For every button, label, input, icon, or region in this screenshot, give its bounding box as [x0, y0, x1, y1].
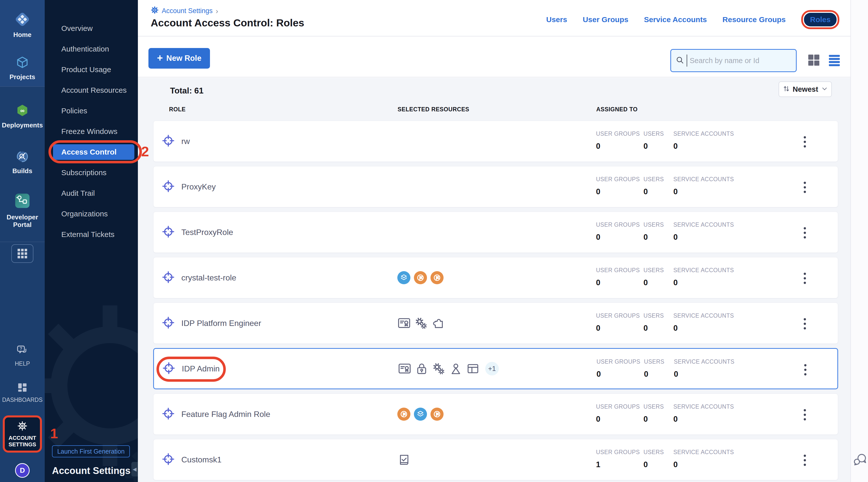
role-name: crystal-test-role: [181, 273, 236, 282]
row-menu-button[interactable]: [797, 133, 813, 150]
svg-text:?: ?: [20, 346, 22, 351]
role-row[interactable]: Feature Flag Admin Role USER GROUPS0 USE…: [153, 394, 838, 435]
app-window: Home Projects ∞ Deployments: [0, 0, 868, 482]
row-menu-button[interactable]: [797, 270, 813, 287]
gear-icon: [151, 6, 159, 16]
tab-users[interactable]: Users: [546, 15, 567, 24]
nav-item-subscriptions[interactable]: Subscriptions: [45, 162, 138, 183]
annotation-ring-roles-tab: Roles: [801, 10, 839, 29]
row-menu-button[interactable]: [797, 361, 813, 378]
sidebar-item-label: Builds: [12, 168, 32, 175]
breadcrumb-separator: ›: [216, 7, 218, 15]
tab-user-groups[interactable]: User Groups: [583, 15, 628, 24]
role-name: IDP Platform Engineer: [181, 319, 261, 328]
role-crosshair-icon: [162, 362, 175, 376]
row-menu-button[interactable]: [797, 179, 813, 195]
certificate-resource-icon: [397, 317, 411, 330]
tab-resource-groups[interactable]: Resource Groups: [722, 15, 786, 24]
sort-dropdown[interactable]: Newest: [779, 82, 832, 97]
users-count: USERS0: [644, 312, 664, 333]
nav-item-policies[interactable]: Policies: [45, 100, 138, 121]
role-row[interactable]: IDP Admin +1 USER GROUPS0 USERS0 SERVICE…: [153, 348, 838, 389]
certificate-resource-icon: [398, 362, 411, 375]
text-cursor: [687, 55, 687, 67]
user-groups-count: USER GROUPS0: [596, 267, 640, 287]
breadcrumb-link[interactable]: Account Settings: [162, 7, 213, 15]
sidebar-item-dashboards[interactable]: DASHBOARDS: [0, 382, 45, 403]
row-menu-button[interactable]: [797, 224, 813, 241]
nav-item-account-resources[interactable]: Account Resources: [45, 80, 138, 100]
role-crosshair-icon: [162, 180, 175, 194]
sidebar-item-home[interactable]: Home: [0, 11, 45, 39]
support-chat-icon[interactable]: [852, 452, 868, 468]
role-row[interactable]: IDP Platform Engineer USER GROUPS0 USERS…: [153, 303, 838, 344]
tab-roles-active[interactable]: Roles: [804, 13, 837, 26]
gears-resource-icon: [414, 317, 428, 330]
selected-resources: [397, 257, 443, 298]
svg-text:∞: ∞: [20, 107, 25, 114]
tab-service-accounts[interactable]: Service Accounts: [644, 15, 707, 24]
sidebar-item-builds[interactable]: Builds: [0, 149, 45, 175]
sidebar-item-help[interactable]: ? HELP: [0, 345, 45, 367]
role-row[interactable]: ProxyKey USER GROUPS0 USERS0 SERVICE ACC…: [153, 166, 838, 207]
user-avatar[interactable]: D: [15, 463, 30, 478]
sidebar-item-projects[interactable]: Projects: [0, 55, 45, 81]
service-accounts-count: SERVICE ACCOUNTS0: [673, 449, 734, 469]
role-crosshair-icon: [162, 225, 175, 239]
nav-item-overview[interactable]: Overview: [45, 18, 138, 39]
launch-first-generation-button[interactable]: Launch First Generation: [52, 445, 130, 457]
settings-menu: OverviewAuthenticationProduct UsageAccou…: [45, 18, 138, 245]
sidebar-item-account-settings[interactable]: ACCOUNT SETTINGS: [3, 415, 42, 453]
role-row[interactable]: crystal-test-role USER GROUPS0 USERS0 SE…: [153, 257, 838, 298]
nav-item-access-control[interactable]: Access Control: [53, 144, 134, 160]
grid-view-toggle[interactable]: [806, 53, 822, 68]
sidebar-item-deployments[interactable]: ∞ Deployments: [0, 103, 45, 129]
list-view-toggle[interactable]: [827, 53, 842, 68]
right-gutter: [850, 0, 868, 482]
service-accounts-count: SERVICE ACCOUNTS0: [673, 130, 734, 151]
row-menu-button[interactable]: [797, 452, 813, 469]
nav-item-external-tickets[interactable]: External Tickets: [45, 224, 138, 245]
sidebar-item-label: ACCOUNT SETTINGS: [7, 435, 37, 448]
flag-resource-icon: [431, 408, 443, 421]
nav-item-product-usage[interactable]: Product Usage: [45, 59, 138, 80]
row-menu-button[interactable]: [797, 315, 813, 332]
access-control-tabs: Users User Groups Service Accounts Resou…: [546, 10, 839, 29]
harness-logo-icon: [14, 11, 31, 29]
main-content: Account Settings › Account Access Contro…: [138, 0, 850, 482]
nav-item-authentication[interactable]: Authentication: [45, 39, 138, 59]
row-menu-button[interactable]: [797, 406, 813, 423]
new-role-button[interactable]: + New Role: [149, 48, 210, 69]
apps-grid-icon[interactable]: [11, 244, 33, 263]
users-count: USERS0: [644, 267, 664, 287]
roles-list: rw USER GROUPS0 USERS0 SERVICE ACCOUNTS0…: [153, 121, 838, 482]
stack-resource-icon: [397, 271, 410, 284]
service-accounts-count: SERVICE ACCOUNTS0: [673, 267, 734, 287]
users-count: USERS0: [644, 221, 664, 242]
user-groups-count: USER GROUPS1: [596, 449, 640, 469]
users-count: USERS0: [644, 130, 664, 151]
sidebar-item-apps[interactable]: [0, 244, 45, 263]
stack-resource-icon: [414, 408, 427, 421]
collapse-panel-button[interactable]: ◀: [131, 462, 138, 477]
nav-item-organizations[interactable]: Organizations: [45, 204, 138, 224]
total-count: Total: 61: [170, 86, 204, 95]
role-row[interactable]: TestProxyRole USER GROUPS0 USERS0 SERVIC…: [153, 212, 838, 253]
role-row[interactable]: Customsk1 USER GROUPS1 USERS0 SERVICE AC…: [153, 439, 838, 480]
selected-resources: [397, 439, 411, 480]
user-groups-count: USER GROUPS0: [596, 312, 640, 333]
role-name: Feature Flag Admin Role: [181, 410, 270, 419]
role-row[interactable]: rw USER GROUPS0 USERS0 SERVICE ACCOUNTS0: [153, 121, 838, 162]
toolbar: + New Role: [138, 36, 850, 78]
search-input[interactable]: [690, 57, 792, 65]
account-settings-nav-panel: OverviewAuthenticationProduct UsageAccou…: [45, 0, 138, 482]
more-resources-badge: +1: [485, 362, 499, 375]
nav-item-freeze-windows[interactable]: Freeze Windows: [45, 121, 138, 142]
sidebar-item-developer-portal[interactable]: Developer Portal: [0, 191, 45, 229]
search-box[interactable]: [670, 49, 797, 72]
column-header-selected-resources: SELECTED RESOURCES: [398, 106, 469, 113]
nav-item-audit-trail[interactable]: Audit Trail: [45, 183, 138, 204]
sidebar-item-label: Deployments: [2, 122, 43, 129]
lock-resource-icon: [415, 362, 429, 375]
breadcrumb[interactable]: Account Settings ›: [151, 6, 218, 16]
